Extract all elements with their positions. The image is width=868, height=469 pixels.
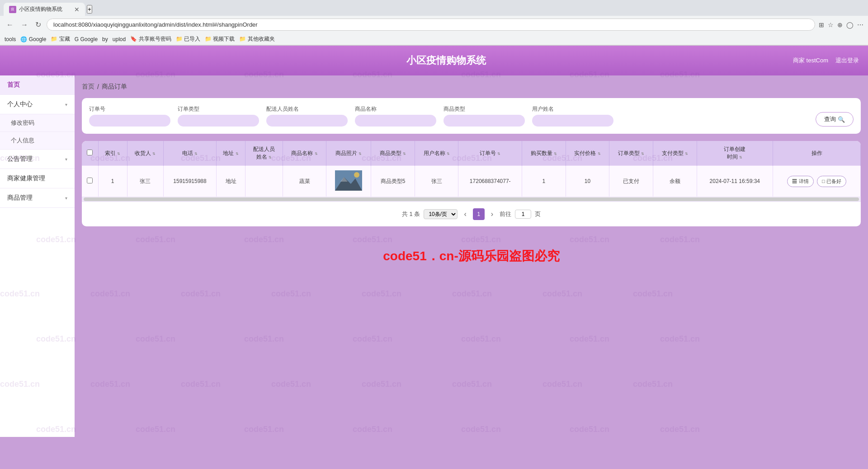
select-all-checkbox[interactable] [87,150,93,155]
toolbar-google2[interactable]: G Google [75,36,98,42]
td-username: 张三 [415,166,458,197]
next-page-button[interactable]: › [488,209,496,219]
order-type-input[interactable] [178,115,259,127]
reader-icon[interactable]: ⊞ [819,21,824,28]
sidebar-personal-center[interactable]: 个人中心 ▾ [0,95,75,114]
sidebar-item-home[interactable]: 首页 [0,75,75,95]
per-page-select[interactable]: 10条/页 20条/页 50条/页 [424,209,458,219]
td-order-type: 已支付 [609,166,653,197]
td-actual-price: 10 [566,166,609,197]
toolbar-treasure[interactable]: 📁 宝藏 [51,35,70,43]
refresh-button[interactable]: ↻ [33,19,43,31]
app-header: 小区疫情购物系统 商家 testCom 退出登录 [0,46,868,75]
product-management-label: 商品管理 [7,194,33,202]
forward-button[interactable]: → [19,19,30,31]
td-order-time: 2024-07-11 16:59:34 [697,166,773,197]
th-phone: 电话 ⇅ [163,141,216,166]
search-field-product-name: 商品名称 [355,105,436,127]
close-tab-button[interactable]: ✕ [74,6,80,13]
td-order-no: 1720688374077- [458,166,522,197]
delivery-name-label: 配送人员姓名 [266,105,348,113]
total-count: 共 1 条 [402,210,420,218]
td-purchase-qty: 1 [522,166,566,197]
search-button[interactable]: 查询 🔍 [816,112,854,127]
sort-product-image: ⇅ [359,152,362,156]
content-area: 首页 / 商品订单 订单号 订单类型 配送人员姓名 [75,75,868,437]
search-button-label: 查询 [824,115,836,123]
th-product-name: 商品名称 ⇅ [283,141,326,166]
breadcrumb-current: 商品订单 [102,83,127,91]
product-management-arrow: ▾ [65,196,67,201]
td-index: 1 [98,166,127,197]
goto-page-input[interactable] [515,210,531,219]
extension-icon[interactable]: ⊕ [837,21,843,28]
sort-payment-type: ⇅ [685,152,688,156]
username-input[interactable] [532,115,613,127]
active-tab[interactable]: 疫 小区疫情购物系统 ✕ [4,3,85,16]
breadcrumb-home[interactable]: 首页 [82,83,94,91]
toolbar-uplod[interactable]: uplod [113,36,126,42]
row-checkbox[interactable] [87,178,93,183]
sidebar-announcement[interactable]: 公告管理 ▾ [0,150,75,169]
td-delivery-name [245,166,283,197]
product-name-input[interactable] [355,115,436,127]
product-name-label: 商品名称 [355,105,436,113]
change-password-label: 修改密码 [11,119,34,126]
sort-product-name: ⇅ [315,152,318,156]
sidebar-product-management[interactable]: 商品管理 ▾ [0,188,75,208]
address-input[interactable] [47,19,815,31]
sort-index: ⇅ [117,152,120,156]
product-type-input[interactable] [443,115,525,127]
logout-button[interactable]: 退出登录 [835,56,859,65]
announcement-arrow: ▾ [65,157,67,162]
td-address: 地址 [217,166,245,197]
prev-page-button[interactable]: ‹ [461,209,469,219]
new-tab-button[interactable]: + [87,5,92,14]
svg-point-3 [354,172,359,178]
product-type-label: 商品类型 [443,105,525,113]
td-actions: ☰ 详情 □ 已备好 [773,166,861,197]
th-product-type: 商品类型 ⇅ [371,141,415,166]
breadcrumb-separator: / [97,83,99,90]
back-button[interactable]: ← [5,19,15,31]
sort-order-type: ⇅ [641,152,644,156]
th-order-type: 订单类型 ⇅ [609,141,653,166]
username-label: 用户姓名 [532,105,613,113]
app-wrapper: 小区疫情购物系统 商家 testCom 退出登录 首页 个人中心 ▾ 修改密码 [0,46,868,437]
address-bar: ← → ↻ ⊞ ☆ ⊕ ◯ ⋯ [0,16,868,33]
toolbar-share-password[interactable]: 🔖 共享账号密码 [130,35,171,43]
detail-button[interactable]: ☰ 详情 [787,176,813,187]
order-no-input[interactable] [89,115,170,127]
delivery-name-input[interactable] [266,115,348,127]
sidebar-health-management[interactable]: 商家健康管理 [0,169,75,188]
personal-center-arrow: ▾ [65,102,67,107]
search-bar: 订单号 订单类型 配送人员姓名 商品名称 商品类型 [82,98,861,134]
toolbar-video-download[interactable]: 📁 视频下载 [205,35,235,43]
tab-favicon: 疫 [9,6,16,13]
td-product-name: 蔬菜 [283,166,326,197]
sort-product-type: ⇅ [403,152,406,156]
sidebar-personal-info[interactable]: 个人信息 [0,132,75,150]
td-phone: 15915915988 [163,166,216,197]
th-index: 索引 ⇅ [98,141,127,166]
header-right: 商家 testCom 退出登录 [793,56,859,65]
merchant-label: 商家 testCom [793,56,828,65]
toolbar-by[interactable]: by [102,36,108,42]
toolbar-other-bookmarks[interactable]: 📁 其他收藏夹 [239,35,274,43]
profile-icon[interactable]: ◯ [846,21,854,28]
th-username: 用户名称 ⇅ [415,141,458,166]
more-icon[interactable]: ⋯ [857,21,863,28]
scroll-thumb [84,197,859,201]
breadcrumb: 首页 / 商品订单 [82,83,861,91]
toolbar-imported[interactable]: 📁 已导入 [176,35,200,43]
td-payment-type: 余额 [653,166,697,197]
complete-button[interactable]: □ 已备好 [817,176,846,187]
bookmark-icon[interactable]: ☆ [828,21,834,28]
sidebar: 首页 个人中心 ▾ 修改密码 个人信息 公告管理 [0,75,75,437]
sort-username: ⇅ [447,152,450,156]
horizontal-scrollbar[interactable] [82,197,861,202]
sidebar-change-password[interactable]: 修改密码 [0,114,75,132]
toolbar-tools[interactable]: tools [5,36,16,42]
toolbar-google1[interactable]: 🌐 Google [20,36,46,42]
tab-title: 小区疫情购物系统 [19,5,62,13]
